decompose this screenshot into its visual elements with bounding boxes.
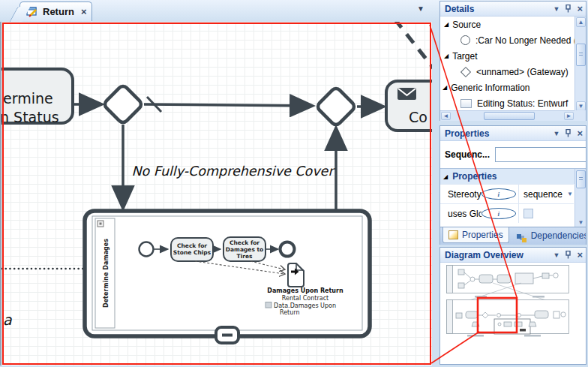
panel-menu-icon[interactable]: ▼ — [553, 5, 560, 13]
collapse-subprocess-button[interactable] — [216, 327, 238, 343]
properties-vertical-scrollbar[interactable]: ▼ — [574, 169, 586, 229]
overview-panel-header[interactable]: Diagram Overview ▼ × — [440, 248, 586, 263]
task-b-line2: Damages to — [226, 246, 263, 253]
data-label-line3: Data.Damages Upon — [274, 302, 336, 309]
scroll-right-icon[interactable]: ► — [564, 112, 574, 120]
dashed-message-flow[interactable] — [394, 22, 432, 68]
event-circle-icon — [460, 35, 470, 45]
data-label-line1: Damages Upon Return — [267, 287, 344, 294]
task-b-line3: Tires — [237, 253, 253, 260]
stereotype-dropdown[interactable]: sequence ▼ — [518, 185, 574, 203]
sequence-flow[interactable] — [144, 104, 310, 106]
tree-group-target[interactable]: ◢ Target — [440, 48, 574, 64]
pin-icon[interactable] — [565, 129, 572, 137]
properties-section-header[interactable]: ◢ Properties — [440, 169, 586, 184]
task-b-line1: Check for — [230, 239, 260, 246]
scroll-thumb[interactable] — [576, 44, 586, 66]
info-icon[interactable]: i — [482, 188, 517, 200]
lane-label: Determine Damages — [103, 239, 110, 308]
details-vertical-scrollbar[interactable]: ▲ ▼ — [574, 17, 586, 112]
expanded-triangle-icon[interactable]: ◢ — [444, 21, 448, 28]
end-event[interactable] — [280, 242, 295, 257]
sequence-name-input[interactable] — [495, 147, 586, 162]
chevron-down-icon[interactable]: ▼ — [567, 191, 573, 197]
property-row-stereotype[interactable]: Stereotype i sequence ▼ — [440, 184, 574, 203]
scroll-left-icon[interactable]: ◄ — [441, 112, 451, 120]
properties-panel-title: Properties — [445, 128, 548, 139]
details-panel-title: Details — [445, 4, 548, 14]
tab-dependencies[interactable]: Dependencies — [512, 227, 586, 243]
dropdown-value: sequence — [524, 189, 562, 200]
gateway-2[interactable] — [316, 86, 356, 127]
lane-marker-dot — [100, 223, 102, 225]
close-icon[interactable]: × — [577, 3, 583, 14]
stray-label: a — [3, 311, 12, 328]
item-label: :Car No Longer Needed (E — [476, 35, 583, 46]
panel-menu-icon[interactable]: ▼ — [553, 130, 560, 137]
properties-footer-tabs: Properties Dependencies — [440, 227, 586, 245]
task-right-label: Co — [409, 109, 428, 125]
expanded-triangle-icon[interactable]: ◢ — [442, 84, 447, 91]
property-label: uses Global Con — [448, 209, 482, 219]
diagram-canvas[interactable]: ermine n Status Co No Fully-Comprehensiv… — [2, 22, 432, 365]
data-label-line4: Return — [280, 309, 300, 316]
uses-global-checkbox[interactable] — [524, 209, 533, 218]
tab-return[interactable]: Return × — [20, 2, 92, 21]
properties-panel-header[interactable]: Properties ▼ × — [440, 126, 586, 141]
details-panel: Details ▼ × ◢ Source :Car No Longer Need… — [440, 1, 586, 121]
scroll-thumb[interactable] — [576, 170, 586, 188]
sequence-name-row: Sequenc... → — [440, 141, 586, 168]
scroll-thumb[interactable] — [484, 112, 535, 120]
scroll-up-icon[interactable]: ▲ — [576, 17, 586, 27]
task-a-line1: Check for — [177, 242, 207, 249]
section-title: Properties — [452, 171, 496, 182]
item-label: <unnamed> (Gateway) — [476, 67, 568, 77]
properties-panel: Properties ▼ × Sequenc... → ◢ Properties… — [440, 125, 586, 245]
editing-status-icon — [460, 99, 472, 108]
property-label: Stereotype — [448, 189, 482, 200]
close-icon[interactable]: × — [577, 128, 583, 139]
panel-menu-icon[interactable]: ▼ — [553, 251, 560, 259]
data-label-line2: Rental Contract — [282, 295, 328, 302]
tree-item-editing-status[interactable]: Editing Status: Entwurf — [440, 95, 574, 111]
bpmn-diagram: ermine n Status Co No Fully-Comprehensiv… — [2, 22, 432, 365]
details-panel-header[interactable]: Details ▼ × — [440, 2, 586, 17]
tree-group-generic[interactable]: ◢ Generic Information — [440, 80, 574, 95]
diagram-edit-icon — [26, 7, 38, 17]
expanded-triangle-icon[interactable]: ◢ — [443, 173, 448, 180]
tab-overflow-icon[interactable]: ▼ — [417, 5, 424, 13]
diagram-thumbnail[interactable] — [446, 265, 574, 340]
tab-label: Return — [43, 6, 74, 17]
gateway-1[interactable] — [103, 84, 143, 125]
tab-properties[interactable]: Properties — [442, 227, 509, 243]
start-event[interactable] — [140, 242, 154, 257]
properties-grid: ◢ Properties Stereotype i sequence ▼ use… — [440, 168, 586, 229]
group-label: Generic Information — [451, 83, 530, 93]
details-horizontal-scrollbar[interactable]: ◄ ► — [440, 110, 574, 121]
subprocess-content — [92, 216, 362, 330]
item-label: Editing Status: Entwurf — [477, 98, 568, 109]
tab-label: Properties — [462, 230, 503, 240]
gateway-diamond-icon — [460, 66, 471, 77]
tree-group-source[interactable]: ◢ Source — [440, 17, 574, 32]
properties-tab-icon — [448, 230, 458, 239]
data-ref-icon — [266, 302, 272, 308]
group-label: Target — [452, 51, 477, 62]
task-a-line2: Stone Chips — [173, 249, 212, 256]
property-row-uses-global[interactable]: uses Global Con i — [440, 203, 574, 223]
pin-icon[interactable] — [565, 251, 572, 259]
tree-item-source[interactable]: :Car No Longer Needed (E — [440, 32, 574, 48]
condition-label[interactable]: No Fully-Comprehensive Cover — [131, 164, 335, 179]
close-icon[interactable]: × — [577, 249, 583, 260]
task-left-label-line2: n Status — [2, 109, 59, 125]
info-icon[interactable]: i — [482, 208, 517, 219]
tab-label: Dependencies — [531, 230, 586, 241]
overview-panel-title: Diagram Overview — [445, 250, 548, 260]
scrollbar-corner — [574, 110, 586, 121]
pin-icon[interactable] — [565, 5, 572, 13]
expanded-triangle-icon[interactable]: ◢ — [444, 53, 448, 59]
diagram-overview-panel: Diagram Overview ▼ × — [440, 247, 586, 365]
group-label: Source — [452, 20, 481, 30]
tree-item-target[interactable]: <unnamed> (Gateway) — [440, 64, 574, 80]
tab-close-icon[interactable]: × — [81, 6, 87, 17]
